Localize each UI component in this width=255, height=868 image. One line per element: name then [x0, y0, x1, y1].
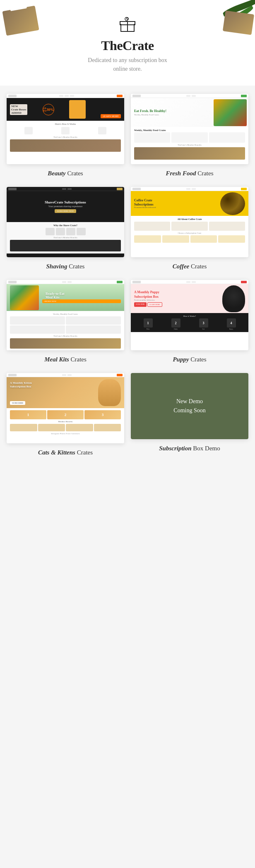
- demo-item-puppy[interactable]: A Monthly PuppySubscription Box Fresh mo…: [131, 280, 248, 363]
- cats-cta: SUBSCRIBE: [10, 401, 25, 405]
- nav-item: [67, 188, 72, 190]
- newdemo-screen: New Demo Coming Soon: [131, 373, 248, 439]
- cats-step: 1: [10, 410, 46, 419]
- shaving-benefits: TheCrate's Member Benefits: [10, 237, 121, 239]
- meal-option: [66, 325, 121, 334]
- mealkit-hero: Ready-to-EatMeal Kits ORDER NOW: [7, 284, 124, 311]
- nav-logo: [8, 281, 17, 283]
- coffee-feature: [171, 222, 207, 231]
- demo-item-cats[interactable]: A Monthly KittenSubscription Box SUBSCRI…: [7, 373, 124, 456]
- demo-preview-freshfood[interactable]: Eat Fresh. Be Healthy! Weekly, Monthly F…: [131, 94, 248, 164]
- nav-items: [186, 95, 196, 97]
- shaving-hero: ShaveCrate Subscriptions Your premium sh…: [7, 191, 124, 222]
- coffee-feature: [209, 222, 245, 231]
- beauty-label: Beauty Crates: [48, 170, 83, 177]
- nav-cta-btn: [241, 188, 247, 190]
- puppy-hero: A Monthly PuppySubscription Box Fresh mo…: [131, 284, 248, 313]
- ff-text: Eat Fresh. Be Healthy! Weekly, Monthly F…: [131, 107, 214, 118]
- ff-option: [134, 132, 170, 143]
- ff-sub: Weekly, Monthly Food Crates: [134, 114, 210, 116]
- ff-product-img: [134, 147, 245, 160]
- nav-cta-btn: [117, 374, 123, 376]
- demo-preview-puppy[interactable]: A Monthly PuppySubscription Box Fresh mo…: [131, 280, 248, 350]
- freshfood-bottom: Weekly, Monthly Food Crates TheCrate's M…: [131, 127, 248, 162]
- cats-bottom: 1 2 3 Member Benefits Instagram Photos F…: [7, 408, 124, 437]
- demo-item-beauty[interactable]: NEWCrate BoxesADDED UP TO30% LEARN MORE …: [7, 94, 124, 177]
- demo-preview-newdemo: New Demo Coming Soon: [131, 373, 248, 439]
- mealkit-product-img: [10, 338, 121, 349]
- step-label: Order: [171, 328, 180, 330]
- nav-cta-btn: [241, 281, 247, 283]
- feature-icon: [77, 228, 86, 235]
- freshfood-screen: Eat Fresh. Be Healthy! Weekly, Monthly F…: [131, 98, 248, 164]
- mealkit-hero-text: Ready-to-EatMeal Kits ORDER NOW: [39, 292, 121, 303]
- puppy-bottom: How it Works? 1 Pick 2 Order 3 Get: [131, 313, 248, 332]
- new-badge: NEWCrate BoxesADDED: [10, 104, 27, 115]
- mealkit-options-grid: [10, 316, 121, 334]
- ff-option: [209, 132, 245, 143]
- nav-items: [59, 95, 74, 97]
- step-icon: [98, 127, 106, 134]
- mealkit-section-title: Weekly, Monthly Food Crates: [10, 313, 121, 315]
- cats-step: 2: [47, 410, 84, 419]
- step-number: 4: [227, 318, 236, 328]
- nav-logo: [132, 281, 141, 283]
- step-label: Pick: [144, 328, 153, 330]
- demo-item-coffee[interactable]: Coffee CrateSubscriptions Premium blends…: [131, 187, 248, 270]
- nav-item: [67, 374, 72, 376]
- nav-item: [186, 188, 190, 190]
- demo-preview-mealkit[interactable]: Ready-to-EatMeal Kits ORDER NOW Weekly, …: [7, 280, 124, 350]
- mock-navbar-cats: [7, 373, 124, 377]
- crate-option: [162, 235, 189, 243]
- shaving-sub: Your premium shaving experience: [48, 205, 83, 208]
- shaving-headline: ShaveCrate Subscriptions: [45, 200, 86, 204]
- coffee-features: [134, 222, 245, 231]
- demo-item-shaving[interactable]: ShaveCrate Subscriptions Your premium sh…: [7, 187, 124, 270]
- newdemo-line1: New Demo: [173, 397, 205, 406]
- cats-step: 3: [84, 410, 121, 419]
- puppy-step-1: 1 Pick: [144, 318, 153, 330]
- demo-preview-shaving[interactable]: ShaveCrate Subscriptions Your premium sh…: [7, 187, 124, 257]
- newdemo-text: New Demo Coming Soon: [173, 397, 205, 416]
- puppy-label-italic: Puppy: [173, 356, 189, 363]
- coffee-headline: Coffee CrateSubscriptions: [134, 198, 220, 206]
- coffee-bottom: All About Coffee Crate Choose a Subscrip…: [131, 216, 248, 245]
- step-label: Enjoy: [227, 328, 236, 330]
- puppy-step-2: 2 Order: [171, 318, 180, 330]
- mealkit-label-italic: Meal Kits: [44, 356, 69, 363]
- cats-screen: A Monthly KittenSubscription Box SUBSCRI…: [7, 377, 124, 443]
- demo-preview-beauty[interactable]: NEWCrate BoxesADDED UP TO30% LEARN MORE …: [7, 94, 124, 164]
- feature-icon: [46, 228, 55, 235]
- freshfood-hero: Eat Fresh. Be Healthy! Weekly, Monthly F…: [131, 98, 248, 127]
- puppy-dog-img: [222, 285, 245, 312]
- discount-badge: UP TO30%: [43, 104, 54, 115]
- demo-preview-coffee[interactable]: Coffee CrateSubscriptions Premium blends…: [131, 187, 248, 257]
- nav-items: [62, 188, 72, 190]
- nav-item: [192, 95, 196, 97]
- newdemo-label: Subscription Box Demo: [159, 445, 220, 452]
- logo-title: TheCrate: [8, 38, 247, 53]
- demo-item-freshfood[interactable]: Eat Fresh. Be Healthy! Weekly, Monthly F…: [131, 94, 248, 177]
- cats-hero: A Monthly KittenSubscription Box SUBSCRI…: [7, 377, 124, 408]
- mock-navbar-mealkit: [7, 280, 124, 284]
- puppy-ctas: SUBSCRIBE LEARN MORE: [134, 302, 222, 307]
- nav-item: [186, 281, 190, 283]
- nav-cta-btn: [117, 281, 123, 283]
- meal-option: [10, 316, 65, 325]
- shaving-cta: SUBSCRIBE NOW: [55, 209, 76, 213]
- mealkit-headline: Ready-to-EatMeal Kits: [42, 292, 121, 299]
- beauty-hero-left: NEWCrate BoxesADDED: [10, 104, 27, 115]
- header-content: TheCrate Dedicated to any subscription b…: [8, 17, 247, 73]
- feature-icon: [56, 228, 65, 235]
- logo-crate: Crate: [123, 38, 154, 53]
- beauty-screen: NEWCrate BoxesADDED UP TO30% LEARN MORE …: [7, 98, 124, 164]
- insta-photo: [66, 424, 93, 431]
- nav-logo: [8, 95, 17, 97]
- mock-navbar-beauty: [7, 94, 124, 98]
- nav-items: [62, 281, 72, 283]
- demo-preview-cats[interactable]: A Monthly KittenSubscription Box SUBSCRI…: [7, 373, 124, 443]
- beauty-label-italic: Beauty: [48, 170, 65, 177]
- cats-label-italic: Cats & Kittens: [38, 449, 75, 456]
- demo-item-mealkit[interactable]: Ready-to-EatMeal Kits ORDER NOW Weekly, …: [7, 280, 124, 363]
- nav-item: [62, 188, 66, 190]
